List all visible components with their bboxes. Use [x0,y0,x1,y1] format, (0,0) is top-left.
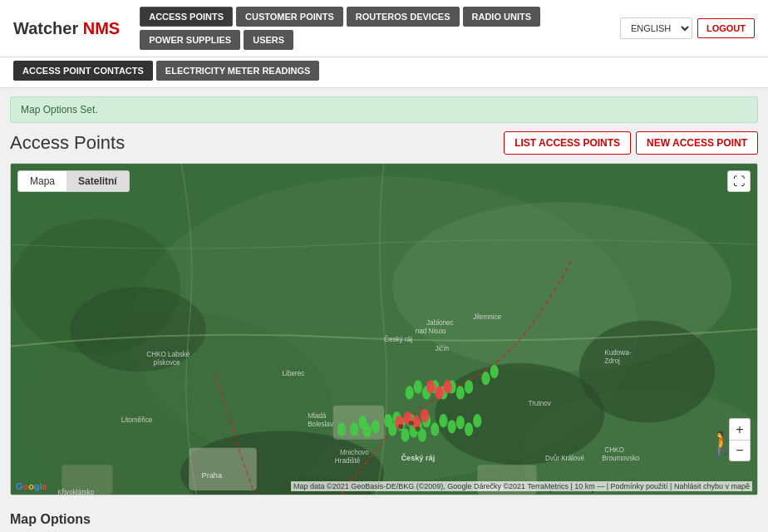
svg-point-32 [448,420,456,433]
nav-power-supplies[interactable]: POWER SUPPLIES [140,30,240,50]
map-container[interactable]: Praha Litoměřice Mladá Boleslav Rakovník… [10,163,758,495]
svg-point-43 [465,380,473,393]
map-attribution: Map data ©2021 GeoBasis-DE/BKG (©2009), … [291,481,752,491]
svg-text:Liberec: Liberec [283,370,305,377]
svg-point-44 [414,380,422,393]
header: Watcher NMS ACCESS POINTS CUSTOMER POINT… [0,0,768,57]
street-view-pegman[interactable]: 🚶 [707,430,724,463]
svg-text:Dvůr Králové: Dvůr Králové [545,454,585,462]
svg-text:Broumovsko: Broumovsko [602,455,640,462]
svg-point-30 [431,422,439,436]
map-background: Praha Litoměřice Mladá Boleslav Rakovník… [11,164,757,495]
svg-point-19 [401,428,409,441]
svg-point-31 [439,414,447,427]
svg-point-45 [406,386,414,399]
svg-text:Hradiště: Hradiště [335,457,361,465]
svg-point-34 [465,422,473,436]
list-access-points-button[interactable]: LIST ACCESS POINTS [504,131,631,155]
svg-text:Zdroj: Zdroj [604,357,620,365]
svg-point-27 [421,409,429,422]
svg-text:Mnichovo: Mnichovo [340,449,369,456]
svg-text:Mladá: Mladá [308,412,327,420]
svg-point-35 [473,414,481,427]
subnav-electricity-meter-readings[interactable]: ELECTRICITY METER READINGS [156,61,320,81]
main-content: Access Points LIST ACCESS POINTS NEW ACC… [10,131,758,532]
language-select[interactable]: ENGLISH CZECH [620,17,692,39]
svg-point-52 [490,365,499,378]
svg-point-47 [443,380,451,393]
svg-point-7 [435,363,604,465]
nav-access-points[interactable]: ACCESS POINTS [140,7,233,27]
svg-point-46 [426,380,435,393]
map-zoom-controls: + − [729,418,751,461]
header-right: ENGLISH CZECH LOGOUT [620,17,755,39]
zoom-in-button[interactable]: + [729,418,751,440]
svg-point-56 [416,426,421,431]
svg-text:Český ráj: Český ráj [401,453,435,462]
svg-text:Boleslav: Boleslav [308,421,334,428]
svg-rect-10 [189,448,257,490]
svg-text:Jablonec: Jablonec [426,319,454,327]
svg-point-51 [481,372,490,385]
svg-text:Litoměřice: Litoměřice [121,416,153,424]
svg-text:CHKO Labské: CHKO Labské [146,351,190,358]
svg-point-8 [70,287,205,372]
svg-text:Křivoklátsko: Křivoklátsko [57,489,94,495]
svg-point-36 [358,416,367,429]
sub-nav: ACCESS POINT CONTACTS ELECTRICITY METER … [0,57,768,88]
zoom-out-button[interactable]: − [729,440,751,461]
new-access-point-button[interactable]: NEW ACCESS POINT [636,131,758,155]
svg-text:Jilemnice: Jilemnice [473,313,501,321]
page-title: Access Points [10,132,125,154]
nav-radio-units[interactable]: RADIO UNITS [463,7,541,27]
svg-point-33 [456,416,465,429]
section-header: Access Points LIST ACCESS POINTS NEW ACC… [10,131,758,155]
map-options-section: Map Options [10,505,758,532]
map-type-toggle: Mapa Satelitní [17,170,130,192]
map-options-title[interactable]: Map Options [10,512,758,527]
svg-text:Praha: Praha [202,471,223,480]
svg-text:Kudowa-: Kudowa- [604,349,631,357]
map-fullscreen-button[interactable]: ⛶ [727,170,751,192]
subnav-access-point-contacts[interactable]: ACCESS POINT CONTACTS [13,61,153,81]
map-tab-satellite[interactable]: Satelitní [66,171,129,191]
svg-point-29 [372,420,380,433]
svg-text:Český ráj: Český ráj [384,335,412,343]
svg-point-23 [384,414,392,427]
svg-point-42 [456,386,465,399]
alert-message: Map Options Set. [10,96,758,123]
section-actions: LIST ACCESS POINTS NEW ACCESS POINT [504,131,758,155]
main-nav: ACCESS POINTS CUSTOMER POINTS ROUTEROS D… [140,7,613,50]
app-logo: Watcher NMS [13,19,120,38]
svg-point-48 [435,386,443,399]
svg-text:Jičín: Jičín [435,345,449,352]
svg-text:nad Nisou: nad Nisou [416,328,446,335]
nav-customer-points[interactable]: CUSTOMER POINTS [236,7,343,27]
nav-routeros-devices[interactable]: ROUTEROS DEVICES [347,7,460,27]
svg-point-54 [398,424,403,429]
svg-point-37 [350,422,358,436]
svg-text:Trutnov: Trutnov [528,400,551,407]
nav-users[interactable]: USERS [244,30,293,50]
google-logo: Google [16,481,47,491]
svg-text:CHKO: CHKO [604,446,624,454]
svg-text:pískovce: pískovce [153,359,180,367]
svg-point-55 [409,421,414,426]
svg-point-53 [337,422,346,436]
map-tab-mapa[interactable]: Mapa [18,171,66,191]
logout-button[interactable]: LOGOUT [697,18,755,38]
